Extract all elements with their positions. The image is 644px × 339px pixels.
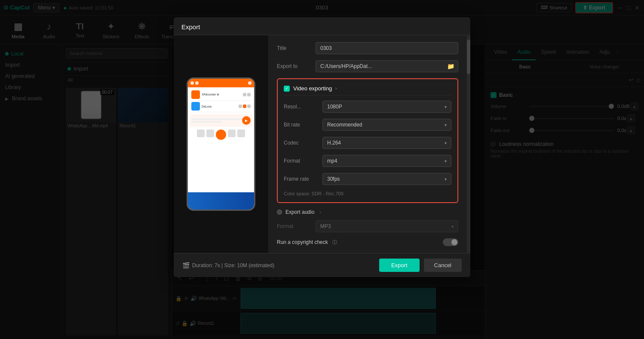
app-icon-2 [191, 102, 200, 111]
resolution-arrow: ▾ [445, 105, 447, 109]
phone-top-icons [248, 81, 251, 85]
export-audio-row: Export audio › [277, 209, 458, 215]
resolution-row: Resol... 1080P ▾ [284, 101, 451, 113]
app-text-2: DaLora [202, 105, 237, 108]
ph-icon-3 [216, 129, 226, 140]
format-label: Format [284, 158, 322, 164]
audio-section-arrow: › [319, 210, 321, 215]
modal-overlay: Export [0, 0, 644, 339]
bitrate-arrow: ▾ [445, 123, 447, 127]
framerate-label: Frame rate [284, 176, 322, 182]
video-section-arrow: › [335, 86, 337, 91]
codec-select[interactable]: H.264 ▾ [322, 137, 451, 149]
app-action-1 [243, 93, 246, 96]
copyright-toggle-knob [451, 239, 457, 245]
export-path-input[interactable] [316, 61, 444, 72]
resolution-select[interactable]: 1080P ▾ [322, 101, 451, 113]
audio-format-select[interactable]: MP3 ▾ [316, 220, 458, 232]
title-label: Title [277, 45, 316, 51]
modal-scrollbar[interactable] [467, 35, 470, 253]
framerate-select[interactable]: 30fps ▾ [322, 173, 451, 185]
bitrate-select[interactable]: Recommended ▾ [322, 119, 451, 131]
modal-form: Title Export to 📁 ✓ [268, 35, 467, 253]
copyright-row: Run a copyright check ⓘ [277, 238, 458, 246]
format-arrow: ▾ [445, 159, 447, 163]
codec-row: Codec H.264 ▾ [284, 137, 451, 149]
phone-media-bottom [188, 192, 254, 210]
phone-wifi-icon [195, 81, 199, 85]
export-to-row: Export to 📁 [277, 60, 458, 72]
phone-content: XRecorder ⊕ DaLora [188, 87, 254, 192]
copyright-toggle[interactable] [443, 238, 458, 246]
format-row: Format mp4 ▾ [284, 155, 451, 167]
phone-content-area: ▶ [190, 114, 252, 127]
video-checkbox[interactable]: ✓ [284, 86, 290, 92]
ph-icon-1 [197, 129, 205, 137]
color-space-text: Color space: SDR - Rec.709 [284, 191, 451, 196]
phone-screen: XRecorder ⊕ DaLora [188, 79, 254, 210]
modal-header: Export [174, 17, 470, 35]
modal-export-button[interactable]: Export [379, 259, 420, 272]
play-btn-phone: ▶ [242, 116, 251, 125]
phone-icons-row [190, 129, 252, 141]
copyright-label: Run a copyright check [277, 239, 328, 245]
video-section-title: Video exporting [293, 85, 332, 92]
app-action-3 [239, 105, 242, 108]
export-modal: Export [174, 17, 470, 277]
app-action-5 [247, 105, 251, 108]
folder-icon[interactable]: 📁 [444, 61, 458, 71]
framerate-row: Frame rate 30fps ▾ [284, 173, 451, 185]
film-icon: 🎬 [182, 262, 190, 269]
bitrate-label: Bit rate [284, 122, 322, 128]
app-text-1: XRecorder ⊕ [202, 93, 241, 96]
modal-scroll-thumb [467, 40, 470, 74]
title-row: Title [277, 42, 458, 54]
codec-arrow: ▾ [445, 141, 447, 145]
modal-footer: 🎬 Duration: 7s | Size: 10M (estimated) E… [174, 253, 470, 277]
modal-cancel-button[interactable]: Cancel [424, 259, 462, 272]
app-row-1: XRecorder ⊕ [190, 89, 252, 101]
audio-checkbox[interactable] [277, 210, 282, 215]
modal-preview: XRecorder ⊕ DaLora [174, 35, 268, 253]
ph-icon-4 [228, 129, 236, 137]
title-input[interactable] [316, 42, 458, 54]
ph-icon-2 [206, 129, 214, 137]
export-to-label: Export to [277, 63, 316, 69]
video-export-section: ✓ Video exporting › Resol... 1080P ▾ [277, 78, 458, 203]
phone-top-bar [188, 79, 254, 87]
format-select[interactable]: mp4 ▾ [322, 155, 451, 167]
ph-icon-5 [237, 129, 245, 137]
audio-format-arrow: ▾ [451, 224, 454, 229]
audio-format-label: Format [277, 223, 316, 229]
resolution-label: Resol... [284, 104, 322, 110]
app-row-2: DaLora [190, 101, 252, 112]
video-section-header: ✓ Video exporting › [284, 85, 451, 96]
footer-info: 🎬 Duration: 7s | Size: 10M (estimated) [182, 262, 274, 269]
audio-format-row: Format MP3 ▾ [277, 220, 458, 232]
copyright-info-icon: ⓘ [332, 239, 337, 246]
modal-body: XRecorder ⊕ DaLora [174, 35, 470, 253]
export-path-field: 📁 [316, 60, 458, 72]
phone-signal-icon [190, 81, 194, 85]
export-audio-label: Export audio [285, 209, 314, 215]
phone-preview: XRecorder ⊕ DaLora [187, 77, 255, 211]
framerate-arrow: ▾ [445, 177, 447, 182]
app-action-2 [247, 93, 251, 96]
app-icon-1 [191, 90, 200, 99]
app-action-4 [243, 105, 246, 108]
phone-battery-icon [248, 81, 251, 85]
codec-label: Codec [284, 140, 322, 146]
bitrate-row: Bit rate Recommended ▾ [284, 119, 451, 131]
